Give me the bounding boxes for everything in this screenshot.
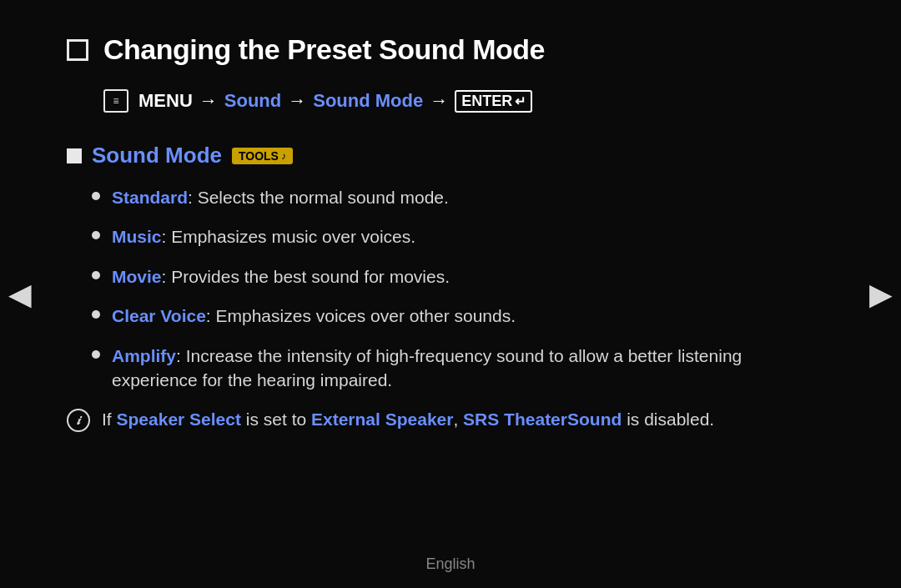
bullet-dot bbox=[92, 310, 100, 319]
footer-language: English bbox=[425, 555, 475, 573]
desc-movie: : Provides the best sound for movies. bbox=[162, 267, 450, 286]
note: 𝒊 If Speaker Select is set to External S… bbox=[67, 407, 751, 432]
note-prefix: If bbox=[102, 410, 117, 429]
page-title: Changing the Preset Sound Mode bbox=[103, 33, 545, 66]
main-content: Changing the Preset Sound Mode ≡ MENU → … bbox=[0, 0, 818, 482]
list-item-text: Amplify: Increase the intensity of high-… bbox=[112, 344, 751, 393]
nav-arrow-right[interactable]: ▶ bbox=[869, 277, 893, 312]
page-title-row: Changing the Preset Sound Mode bbox=[67, 33, 751, 66]
tools-label: TOOLS bbox=[239, 149, 279, 163]
list-item: Amplify: Increase the intensity of high-… bbox=[92, 344, 751, 393]
desc-amplify: : Increase the intensity of high-frequen… bbox=[112, 346, 742, 389]
nav-arrow-left[interactable]: ◀ bbox=[8, 277, 32, 312]
arrow-2: → bbox=[288, 90, 306, 112]
list-item: Movie: Provides the best sound for movie… bbox=[92, 264, 751, 289]
sound-mode-section: Sound Mode TOOLS ♪ Standard: Selects the… bbox=[67, 143, 751, 432]
arrow-1: → bbox=[199, 90, 218, 112]
menu-icon: ≡ bbox=[103, 89, 128, 113]
enter-arrow-icon: ↵ bbox=[515, 93, 526, 109]
note-speaker-select: Speaker Select bbox=[117, 410, 241, 429]
desc-music: : Emphasizes music over voices. bbox=[162, 227, 416, 246]
enter-box: ENTER ↵ bbox=[455, 90, 532, 113]
list-item: Clear Voice: Emphasizes voices over othe… bbox=[92, 304, 751, 328]
breadcrumb: ≡ MENU → Sound → Sound Mode → ENTER ↵ bbox=[67, 89, 751, 113]
term-standard: Standard bbox=[112, 188, 188, 207]
bullet-dot bbox=[92, 192, 100, 200]
note-middle: is set to bbox=[241, 410, 311, 429]
term-clear-voice: Clear Voice bbox=[112, 306, 206, 325]
section-title: Sound Mode bbox=[92, 143, 222, 168]
enter-label: ENTER bbox=[461, 93, 512, 110]
note-external-speaker: External Speaker bbox=[311, 410, 453, 429]
checkbox-icon bbox=[67, 39, 88, 61]
desc-clear-voice: : Emphasizes voices over other sounds. bbox=[206, 306, 516, 325]
list-item: Standard: Selects the normal sound mode. bbox=[92, 185, 751, 209]
note-text: If Speaker Select is set to External Spe… bbox=[102, 407, 714, 431]
list-item-text: Music: Emphasizes music over voices. bbox=[112, 224, 415, 249]
bullet-dot bbox=[92, 231, 100, 239]
breadcrumb-sound: Sound bbox=[224, 90, 281, 112]
section-header: Sound Mode TOOLS ♪ bbox=[67, 143, 751, 168]
list-item: Music: Emphasizes music over voices. bbox=[92, 224, 751, 249]
list-item-text: Clear Voice: Emphasizes voices over othe… bbox=[112, 304, 516, 328]
tools-badge: TOOLS ♪ bbox=[232, 148, 293, 164]
note-suffix: is disabled. bbox=[622, 410, 714, 429]
bullet-dot bbox=[92, 350, 100, 359]
desc-standard: : Selects the normal sound mode. bbox=[188, 188, 449, 207]
note-srs: SRS TheaterSound bbox=[458, 410, 622, 429]
list-item-text: Standard: Selects the normal sound mode. bbox=[112, 185, 449, 209]
tools-icon: ♪ bbox=[281, 150, 286, 162]
bullet-list: Standard: Selects the normal sound mode.… bbox=[67, 185, 751, 392]
arrow-3: → bbox=[430, 90, 448, 112]
menu-label: MENU bbox=[138, 90, 193, 112]
term-amplify: Amplify bbox=[112, 346, 176, 365]
bullet-dot bbox=[92, 271, 100, 279]
filled-square-icon bbox=[67, 148, 82, 163]
note-icon: 𝒊 bbox=[67, 409, 90, 432]
term-music: Music bbox=[112, 227, 162, 246]
breadcrumb-sound-mode: Sound Mode bbox=[313, 90, 423, 112]
term-movie: Movie bbox=[112, 267, 162, 286]
list-item-text: Movie: Provides the best sound for movie… bbox=[112, 264, 450, 289]
